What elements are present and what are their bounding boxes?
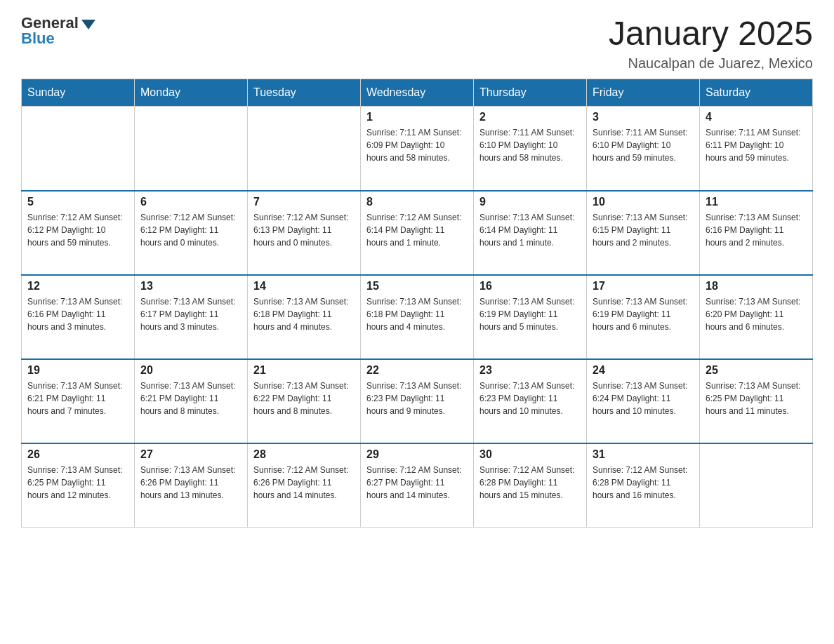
day-info: Sunrise: 7:13 AM Sunset: 6:22 PM Dayligh…	[253, 380, 355, 417]
calendar-header-row: SundayMondayTuesdayWednesdayThursdayFrid…	[22, 79, 813, 107]
calendar-cell: 9Sunrise: 7:13 AM Sunset: 6:14 PM Daylig…	[474, 191, 587, 275]
day-number: 6	[140, 196, 241, 208]
day-number: 20	[140, 364, 241, 377]
day-number: 15	[366, 280, 468, 293]
title-section: January 2025 Naucalpan de Juarez, Mexico	[609, 14, 813, 72]
day-number: 7	[253, 196, 355, 208]
calendar-cell: 24Sunrise: 7:13 AM Sunset: 6:24 PM Dayli…	[587, 359, 700, 443]
day-info: Sunrise: 7:13 AM Sunset: 6:25 PM Dayligh…	[706, 380, 807, 417]
calendar-cell: 20Sunrise: 7:13 AM Sunset: 6:21 PM Dayli…	[135, 359, 248, 443]
day-info: Sunrise: 7:13 AM Sunset: 6:18 PM Dayligh…	[253, 295, 355, 333]
day-info: Sunrise: 7:13 AM Sunset: 6:18 PM Dayligh…	[366, 295, 468, 333]
day-info: Sunrise: 7:11 AM Sunset: 6:10 PM Dayligh…	[593, 126, 694, 164]
calendar-cell: 17Sunrise: 7:13 AM Sunset: 6:19 PM Dayli…	[587, 275, 700, 359]
day-info: Sunrise: 7:13 AM Sunset: 6:16 PM Dayligh…	[706, 211, 807, 249]
day-number: 29	[366, 448, 468, 461]
day-info: Sunrise: 7:13 AM Sunset: 6:25 PM Dayligh…	[27, 464, 128, 502]
calendar-cell: 21Sunrise: 7:13 AM Sunset: 6:22 PM Dayli…	[248, 359, 361, 443]
day-number: 26	[27, 448, 128, 461]
calendar-cell	[22, 107, 135, 191]
day-info: Sunrise: 7:13 AM Sunset: 6:26 PM Dayligh…	[140, 464, 241, 502]
day-info: Sunrise: 7:13 AM Sunset: 6:21 PM Dayligh…	[140, 380, 241, 417]
calendar-cell: 19Sunrise: 7:13 AM Sunset: 6:21 PM Dayli…	[22, 359, 135, 443]
day-number: 27	[140, 448, 241, 461]
day-info: Sunrise: 7:13 AM Sunset: 6:23 PM Dayligh…	[479, 380, 581, 417]
calendar-cell: 10Sunrise: 7:13 AM Sunset: 6:15 PM Dayli…	[587, 191, 700, 275]
calendar-cell	[700, 443, 813, 528]
day-info: Sunrise: 7:11 AM Sunset: 6:11 PM Dayligh…	[706, 126, 807, 164]
day-number: 17	[593, 280, 694, 293]
day-number: 3	[593, 111, 694, 123]
calendar-cell: 30Sunrise: 7:12 AM Sunset: 6:28 PM Dayli…	[474, 443, 587, 528]
calendar-cell: 11Sunrise: 7:13 AM Sunset: 6:16 PM Dayli…	[700, 191, 813, 275]
calendar-subtitle: Naucalpan de Juarez, Mexico	[609, 55, 813, 72]
day-number: 9	[479, 196, 581, 208]
day-number: 1	[366, 111, 468, 123]
calendar-cell: 5Sunrise: 7:12 AM Sunset: 6:12 PM Daylig…	[22, 191, 135, 275]
calendar-title: January 2025	[609, 14, 813, 53]
calendar-cell: 7Sunrise: 7:12 AM Sunset: 6:13 PM Daylig…	[248, 191, 361, 275]
calendar-cell: 27Sunrise: 7:13 AM Sunset: 6:26 PM Dayli…	[135, 443, 248, 528]
calendar-cell	[135, 107, 248, 191]
calendar-cell: 28Sunrise: 7:12 AM Sunset: 6:26 PM Dayli…	[248, 443, 361, 528]
day-info: Sunrise: 7:13 AM Sunset: 6:21 PM Dayligh…	[27, 380, 128, 417]
day-number: 31	[593, 448, 694, 461]
day-info: Sunrise: 7:13 AM Sunset: 6:19 PM Dayligh…	[479, 295, 581, 333]
calendar-cell: 18Sunrise: 7:13 AM Sunset: 6:20 PM Dayli…	[700, 275, 813, 359]
calendar-week-row: 12Sunrise: 7:13 AM Sunset: 6:16 PM Dayli…	[22, 275, 813, 359]
calendar-week-row: 1Sunrise: 7:11 AM Sunset: 6:09 PM Daylig…	[22, 107, 813, 191]
day-number: 23	[479, 364, 581, 377]
day-info: Sunrise: 7:11 AM Sunset: 6:10 PM Dayligh…	[479, 126, 581, 164]
day-number: 18	[706, 280, 807, 293]
day-number: 30	[479, 448, 581, 461]
day-number: 14	[253, 280, 355, 293]
logo-arrow-icon	[81, 20, 95, 29]
day-info: Sunrise: 7:12 AM Sunset: 6:28 PM Dayligh…	[479, 464, 581, 502]
day-info: Sunrise: 7:13 AM Sunset: 6:17 PM Dayligh…	[140, 295, 241, 333]
day-info: Sunrise: 7:12 AM Sunset: 6:27 PM Dayligh…	[366, 464, 468, 502]
page-header: General Blue January 2025 Naucalpan de J…	[21, 14, 813, 72]
day-info: Sunrise: 7:12 AM Sunset: 6:13 PM Dayligh…	[253, 211, 355, 249]
day-number: 24	[593, 364, 694, 377]
day-number: 13	[140, 280, 241, 293]
calendar-cell: 29Sunrise: 7:12 AM Sunset: 6:27 PM Dayli…	[361, 443, 474, 528]
day-info: Sunrise: 7:12 AM Sunset: 6:12 PM Dayligh…	[140, 211, 241, 249]
day-of-week-header: Monday	[135, 79, 248, 107]
day-number: 16	[479, 280, 581, 293]
calendar-cell	[248, 107, 361, 191]
calendar-cell: 31Sunrise: 7:12 AM Sunset: 6:28 PM Dayli…	[587, 443, 700, 528]
day-number: 11	[706, 196, 807, 208]
calendar-cell: 12Sunrise: 7:13 AM Sunset: 6:16 PM Dayli…	[22, 275, 135, 359]
calendar-week-row: 26Sunrise: 7:13 AM Sunset: 6:25 PM Dayli…	[22, 443, 813, 528]
day-info: Sunrise: 7:13 AM Sunset: 6:16 PM Dayligh…	[27, 295, 128, 333]
day-of-week-header: Friday	[587, 79, 700, 107]
day-number: 12	[27, 280, 128, 293]
day-number: 22	[366, 364, 468, 377]
calendar-week-row: 19Sunrise: 7:13 AM Sunset: 6:21 PM Dayli…	[22, 359, 813, 443]
calendar-cell: 4Sunrise: 7:11 AM Sunset: 6:11 PM Daylig…	[700, 107, 813, 191]
day-number: 25	[706, 364, 807, 377]
day-info: Sunrise: 7:13 AM Sunset: 6:24 PM Dayligh…	[593, 380, 694, 417]
day-info: Sunrise: 7:12 AM Sunset: 6:28 PM Dayligh…	[593, 464, 694, 502]
calendar-cell: 15Sunrise: 7:13 AM Sunset: 6:18 PM Dayli…	[361, 275, 474, 359]
calendar-cell: 2Sunrise: 7:11 AM Sunset: 6:10 PM Daylig…	[474, 107, 587, 191]
calendar-cell: 1Sunrise: 7:11 AM Sunset: 6:09 PM Daylig…	[361, 107, 474, 191]
day-number: 19	[27, 364, 128, 377]
day-info: Sunrise: 7:12 AM Sunset: 6:14 PM Dayligh…	[366, 211, 468, 249]
day-of-week-header: Thursday	[474, 79, 587, 107]
day-of-week-header: Wednesday	[361, 79, 474, 107]
calendar-cell: 23Sunrise: 7:13 AM Sunset: 6:23 PM Dayli…	[474, 359, 587, 443]
day-info: Sunrise: 7:12 AM Sunset: 6:26 PM Dayligh…	[253, 464, 355, 502]
day-number: 8	[366, 196, 468, 208]
day-info: Sunrise: 7:12 AM Sunset: 6:12 PM Dayligh…	[27, 211, 128, 249]
day-number: 5	[27, 196, 128, 208]
day-of-week-header: Sunday	[22, 79, 135, 107]
calendar-cell: 13Sunrise: 7:13 AM Sunset: 6:17 PM Dayli…	[135, 275, 248, 359]
day-info: Sunrise: 7:13 AM Sunset: 6:14 PM Dayligh…	[479, 211, 581, 249]
day-of-week-header: Tuesday	[248, 79, 361, 107]
day-info: Sunrise: 7:13 AM Sunset: 6:15 PM Dayligh…	[593, 211, 694, 249]
day-number: 10	[593, 196, 694, 208]
day-info: Sunrise: 7:13 AM Sunset: 6:19 PM Dayligh…	[593, 295, 694, 333]
day-info: Sunrise: 7:11 AM Sunset: 6:09 PM Dayligh…	[366, 126, 468, 164]
calendar-cell: 14Sunrise: 7:13 AM Sunset: 6:18 PM Dayli…	[248, 275, 361, 359]
